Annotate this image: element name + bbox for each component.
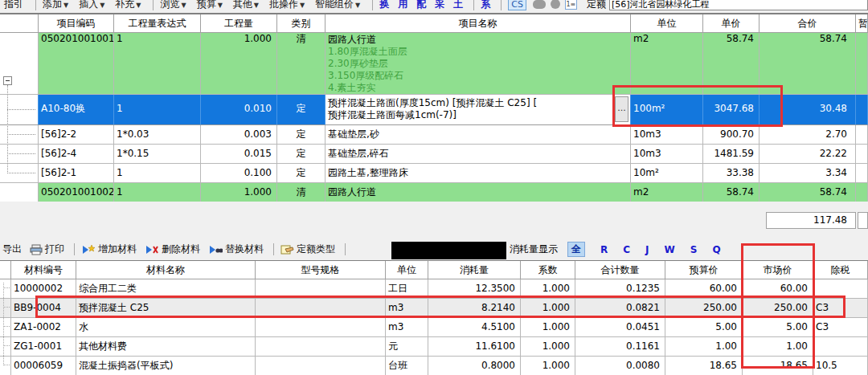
cell-price[interactable]: 58.74 — [703, 33, 760, 95]
cell-spec[interactable] — [256, 279, 386, 299]
cell-spec[interactable] — [256, 318, 386, 337]
cell-market-price[interactable]: 250.00 — [743, 299, 813, 318]
menu-browse[interactable]: 浏览▼ — [160, 0, 186, 11]
material-row-selected[interactable]: BB9-0004 预拌混凝土 C25 m3 8.2140 1.000 0.082… — [0, 299, 868, 318]
cell-market-price[interactable]: 60.00 — [743, 279, 813, 299]
cell-unit[interactable]: 台班 — [386, 357, 428, 375]
menu-batch[interactable]: 批操作▼ — [269, 0, 305, 11]
cell-unit[interactable]: 100m² — [631, 95, 703, 125]
cell-consumption[interactable]: 12.3500 — [428, 279, 521, 299]
cell-code[interactable]: [56]2-1 — [39, 164, 114, 183]
cell-spec[interactable] — [256, 357, 386, 375]
cell-expr[interactable]: 1*0.03 — [114, 125, 201, 145]
table-row[interactable]: [56]2-2 1*0.03 0.003 定 基础垫层,砂 10m3 900.7… — [0, 125, 868, 145]
cell-total[interactable]: 58.74 — [760, 33, 856, 95]
cell-unit[interactable]: 工日 — [386, 279, 428, 299]
cell-tax[interactable] — [813, 279, 868, 299]
filter-w[interactable]: W — [665, 244, 675, 255]
table-row-selected[interactable]: A10-80换 1 0.010 定 预拌混凝土路面(厚度15cm) [预拌混凝土… — [0, 95, 868, 125]
cell-budget-price[interactable]: 5.00 — [665, 318, 743, 337]
cell-type[interactable]: 定 — [277, 145, 326, 164]
cell-material-name[interactable]: 预拌混凝土 C25 — [76, 299, 256, 318]
cell-material-name[interactable]: 综合用工二类 — [76, 279, 256, 299]
export-button[interactable]: 导出 — [2, 243, 22, 256]
cell-total-qty[interactable]: 0.0080 — [575, 357, 665, 375]
cell-unit[interactable]: m3 — [386, 299, 428, 318]
cell-total[interactable]: 30.48 — [760, 95, 856, 125]
cell-code[interactable]: [56]2-4 — [39, 145, 114, 164]
cell-extra[interactable] — [856, 33, 868, 95]
cell-consumption[interactable]: 0.8000 — [428, 357, 521, 375]
cell-consumption[interactable]: 11.6100 — [428, 337, 521, 357]
cell-material-name[interactable]: 水 — [76, 318, 256, 337]
cell-expr[interactable]: 1 — [114, 164, 201, 183]
cell-name[interactable]: 预拌混凝土路面(厚度15cm) [预拌混凝土 C25] [ 预拌混凝土路面每减1… — [326, 95, 631, 125]
cell-expr[interactable]: 1 — [114, 95, 201, 125]
cell-budget-price[interactable]: 250.00 — [665, 299, 743, 318]
table-row[interactable]: 050201001001 1 1.000 清 园路人行道 1.80厚混凝土面层 … — [0, 33, 868, 95]
filter-s[interactable]: S — [690, 244, 698, 255]
cell-price[interactable]: 1481.59 — [703, 145, 760, 164]
cell-qty[interactable]: 1.000 — [201, 33, 277, 95]
cell-qty[interactable]: 0.015 — [201, 145, 277, 164]
cell-price[interactable]: 58.74 — [703, 183, 760, 202]
filter-j[interactable]: J — [645, 244, 649, 255]
cell-name[interactable]: 园路土基,整理路床 — [326, 164, 631, 183]
cell-expr[interactable]: 1 — [114, 183, 201, 202]
record-icon[interactable] — [551, 0, 560, 9]
cell-consumption[interactable]: 4.5100 — [428, 318, 521, 337]
cell-market-price[interactable]: 1.00 — [743, 337, 813, 357]
cell-material-no[interactable]: 10000002 — [11, 279, 76, 299]
cell-total[interactable]: 2.70 — [760, 125, 856, 145]
cell-coefficient[interactable]: 1.000 — [521, 279, 575, 299]
cell-extra[interactable] — [856, 145, 868, 164]
table-row[interactable]: [56]2-4 1*0.15 0.015 定 基础垫层,碎石 10m3 1481… — [0, 145, 868, 164]
cell-market-price[interactable]: 5.00 — [743, 318, 813, 337]
cell-extra[interactable] — [856, 125, 868, 145]
delete-material-button[interactable]: 删除材料 — [145, 243, 200, 256]
cell-spec[interactable] — [256, 337, 386, 357]
print-button[interactable]: 打印 — [30, 243, 64, 256]
cell-coefficient[interactable]: 1.000 — [521, 337, 575, 357]
cell-budget-price[interactable]: 18.65 — [665, 357, 743, 375]
cell-qty[interactable]: 0.010 — [201, 95, 277, 125]
cell-coefficient[interactable]: 1.000 — [521, 299, 575, 318]
action-allocate[interactable]: 配 — [416, 0, 426, 11]
cell-budget-price[interactable]: 60.00 — [665, 279, 743, 299]
cell-type[interactable]: 定 — [277, 164, 326, 183]
cell-unit[interactable]: 10m² — [631, 164, 703, 183]
menu-supplement[interactable]: 补充▼ — [115, 0, 141, 11]
menu-insert[interactable]: 插入▼ — [79, 0, 104, 11]
mute-icon[interactable] — [533, 0, 546, 9]
cell-total[interactable]: 58.74 — [760, 183, 856, 202]
cell-tax[interactable]: C3 — [813, 318, 868, 337]
cell-material-no[interactable]: ZA1-0002 — [11, 318, 76, 337]
action-procure[interactable]: 采 — [435, 0, 444, 11]
menu-budget[interactable]: 预算▼ — [197, 0, 223, 11]
cell-material-no[interactable]: 00006059 — [11, 357, 76, 375]
cell-total-qty[interactable]: 0.1235 — [575, 279, 665, 299]
cell-price[interactable]: 3047.68 — [703, 95, 760, 125]
cell-code[interactable]: 050201001001 — [39, 33, 114, 95]
action-system[interactable]: 系 — [481, 0, 490, 11]
action-use[interactable]: 用 — [398, 0, 407, 11]
menu-add[interactable]: 添加▼ — [43, 0, 68, 11]
action-swap[interactable]: 换 — [379, 0, 389, 11]
cell-budget-price[interactable]: 1.00 — [665, 337, 743, 357]
cell-code[interactable]: 050201001002 — [39, 183, 114, 202]
cell-qty[interactable]: 0.100 — [201, 164, 277, 183]
cell-unit[interactable]: 10m3 — [631, 145, 703, 164]
cell-expr[interactable]: 1 — [114, 33, 201, 95]
cell-unit[interactable]: m3 — [386, 318, 428, 337]
cell-material-name[interactable]: 其他材料费 — [76, 337, 256, 357]
cell-code[interactable]: [56]2-2 — [39, 125, 114, 145]
cell-material-no[interactable]: ZG1-0001 — [11, 337, 76, 357]
filter-r[interactable]: R — [600, 244, 608, 255]
cell-extra[interactable] — [856, 164, 868, 183]
cell-qty[interactable]: 0.003 — [201, 125, 277, 145]
tree-collapse-icon[interactable] — [3, 76, 12, 85]
replace-material-button[interactable]: 替换材料 — [208, 243, 264, 256]
cell-type[interactable]: 清 — [277, 183, 326, 202]
cell-tax[interactable]: C3 — [813, 299, 868, 318]
cell-unit[interactable]: 元 — [386, 337, 428, 357]
